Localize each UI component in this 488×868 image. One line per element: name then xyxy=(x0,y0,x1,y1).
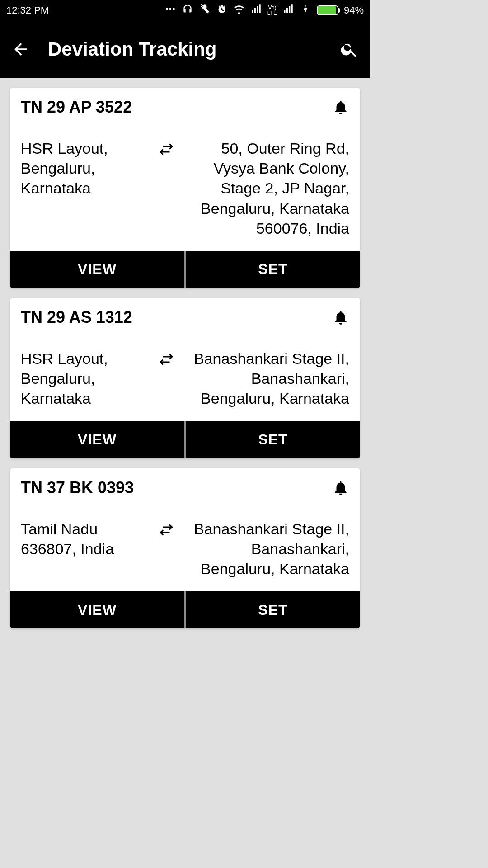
view-button[interactable]: VIEW xyxy=(10,251,184,288)
to-address: Banashankari Stage II, Banashankari, Ben… xyxy=(183,349,349,409)
to-address: 50, Outer Ring Rd, Vysya Bank Colony, St… xyxy=(183,138,349,238)
bell-icon[interactable] xyxy=(332,309,349,326)
from-address: Tamil Nadu 636807, India xyxy=(21,519,149,559)
headphones-icon xyxy=(182,3,193,18)
charging-icon xyxy=(300,3,311,18)
view-button[interactable]: VIEW xyxy=(10,421,184,458)
battery-fill xyxy=(318,6,336,14)
battery-icon xyxy=(317,5,338,15)
volte-icon: Vo)LTE xyxy=(267,5,277,16)
mute-icon xyxy=(199,3,211,18)
swap-icon xyxy=(156,519,176,538)
back-button[interactable] xyxy=(10,38,32,60)
alarm-icon xyxy=(216,3,228,18)
from-address: HSR Layout, Bengaluru, Karnataka xyxy=(21,349,149,409)
search-button[interactable] xyxy=(338,38,360,60)
signal-icon-2 xyxy=(282,3,294,18)
tracking-card: TN 29 AP 3522 HSR Layout, Bengaluru, Kar… xyxy=(10,88,360,288)
set-button[interactable]: SET xyxy=(184,421,360,458)
wifi-icon xyxy=(233,3,245,18)
to-address: Banashankari Stage II, Banashankari, Ben… xyxy=(183,519,349,579)
vehicle-reg: TN 29 AP 3522 xyxy=(21,98,132,117)
view-button[interactable]: VIEW xyxy=(10,591,184,628)
svg-point-2 xyxy=(173,8,175,10)
tracking-card: TN 29 AS 1312 HSR Layout, Bengaluru, Kar… xyxy=(10,298,360,458)
bell-icon[interactable] xyxy=(332,99,349,116)
battery-pct: 94% xyxy=(344,5,364,16)
svg-point-0 xyxy=(166,8,168,10)
content: TN 29 AP 3522 HSR Layout, Bengaluru, Kar… xyxy=(0,78,370,638)
bell-icon[interactable] xyxy=(332,479,349,496)
svg-point-1 xyxy=(169,8,171,10)
more-icon xyxy=(164,3,176,18)
set-button[interactable]: SET xyxy=(184,251,360,288)
vehicle-reg: TN 37 BK 0393 xyxy=(21,478,134,497)
status-icons: Vo)LTE 94% xyxy=(164,3,364,18)
swap-icon xyxy=(156,138,176,157)
app-bar: Deviation Tracking xyxy=(0,21,370,78)
tracking-card: TN 37 BK 0393 Tamil Nadu 636807, India B… xyxy=(10,468,360,629)
from-address: HSR Layout, Bengaluru, Karnataka xyxy=(21,138,149,198)
vehicle-reg: TN 29 AS 1312 xyxy=(21,308,132,327)
signal-icon xyxy=(250,3,262,18)
swap-icon xyxy=(156,349,176,368)
set-button[interactable]: SET xyxy=(184,591,360,628)
page-title: Deviation Tracking xyxy=(48,38,322,60)
status-bar: 12:32 PM Vo)LTE 94% xyxy=(0,0,370,21)
status-time: 12:32 PM xyxy=(6,5,49,16)
